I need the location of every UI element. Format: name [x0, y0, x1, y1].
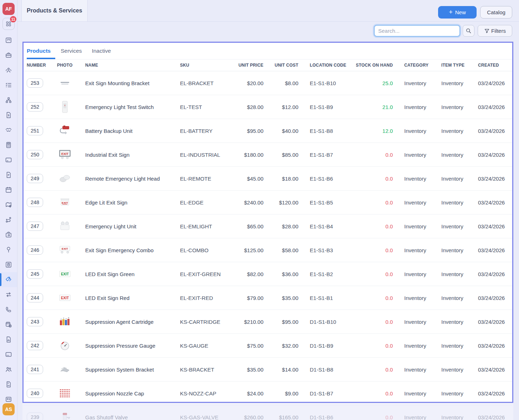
product-name: Industrial Exit Sign: [82, 152, 177, 158]
number-badge[interactable]: 248: [24, 198, 54, 207]
sidebar-item-dispatch-box[interactable]: [0, 227, 17, 242]
table-body: 253Exit Sign Mounting BracketEL-BRACKET$…: [24, 71, 512, 420]
sidebar-item-task-list[interactable]: [0, 78, 17, 93]
number-badge[interactable]: 245: [24, 269, 54, 279]
sidebar-item-workflow[interactable]: [0, 93, 17, 108]
sidebar-item-payment-card[interactable]: [0, 152, 17, 167]
number-badge[interactable]: 245: [27, 269, 43, 279]
table-row[interactable]: 247Emergency Light UnitEL-EMLIGHT$65.00$…: [24, 214, 512, 238]
number-badge[interactable]: 252: [27, 102, 43, 112]
number-badge[interactable]: 248: [27, 198, 43, 207]
number-badge[interactable]: 241: [27, 365, 43, 374]
table-row[interactable]: 249Remote Emergency Light HeadEL-REMOTE$…: [24, 167, 512, 191]
sidebar-item-calendar-clock[interactable]: [0, 317, 17, 332]
unit-price: $28.00: [230, 104, 263, 110]
number-badge[interactable]: 243: [24, 317, 54, 326]
location-code: E1-S1-B4: [298, 223, 354, 229]
sidebar-item-tags[interactable]: [0, 272, 17, 287]
product-photo: [54, 409, 82, 420]
apps-grid-button[interactable]: 11: [2, 18, 15, 30]
category: Inventory: [393, 152, 430, 158]
sidebar-item-map-location[interactable]: [0, 197, 17, 212]
svg-text:EXIT: EXIT: [61, 296, 69, 300]
filters-button[interactable]: Filters: [478, 25, 512, 37]
tab-products[interactable]: Products: [27, 43, 51, 59]
table-row[interactable]: 251Battery Backup UnitEL-BATTERY$95.00$4…: [24, 119, 512, 143]
table-row[interactable]: 252Emergency Light Test SwitchEL-TEST$28…: [24, 95, 512, 119]
sidebar-item-framed-document[interactable]: [0, 257, 17, 272]
photo-exit-combo: EXIT: [58, 243, 72, 257]
number-badge[interactable]: 242: [27, 341, 43, 350]
product-photo: [57, 75, 73, 91]
sidebar-item-contract-document[interactable]: [0, 377, 17, 392]
number-badge[interactable]: 246: [27, 245, 43, 255]
sidebar-item-calendar[interactable]: [0, 182, 17, 197]
table-row[interactable]: 242Suppression Pressure GaugeKS-GAUGE$75…: [24, 334, 512, 358]
tab-inactive[interactable]: Inactive: [92, 43, 111, 59]
sidebar-item-briefcase[interactable]: [0, 48, 17, 63]
table-row[interactable]: 244EXITLED Exit Sign RedEL-EXIT-RED$79.0…: [24, 286, 512, 310]
sidebar-item-phone[interactable]: [0, 302, 17, 317]
created-date: 03/24/2026: [467, 152, 512, 158]
number-badge[interactable]: 244: [27, 293, 43, 302]
sidebar-item-route[interactable]: [0, 212, 17, 227]
sidebar-item-pin[interactable]: [0, 242, 17, 257]
catalog-button[interactable]: Catalog: [480, 6, 512, 19]
workspace-avatar[interactable]: AF: [2, 3, 15, 15]
number-badge[interactable]: 247: [24, 222, 54, 231]
sidebar-item-handshake[interactable]: [0, 123, 17, 138]
sidebar-item-calculator[interactable]: [0, 138, 17, 152]
number-badge[interactable]: 253: [24, 78, 54, 88]
table-row[interactable]: 250EXITIndustrial Exit SignEL-INDUSTRIAL…: [24, 143, 512, 167]
sidebar-item-team[interactable]: [0, 63, 17, 78]
category: Inventory: [393, 223, 430, 229]
sidebar-item-transfer-arrows[interactable]: [0, 287, 17, 302]
photo-nozzle-caps: [58, 386, 72, 400]
tab-bar: ProductsServicesInactive: [24, 43, 512, 59]
number-badge[interactable]: 240: [24, 389, 54, 398]
number-badge[interactable]: 243: [27, 317, 43, 326]
table-row[interactable]: 253Exit Sign Mounting BracketEL-BRACKET$…: [24, 71, 512, 95]
number-badge[interactable]: 252: [24, 102, 54, 112]
table-row[interactable]: 241Suppression System BracketKS-BRACKET$…: [24, 358, 512, 382]
sidebar-item-purchase-document[interactable]: P: [0, 167, 17, 182]
new-button[interactable]: + New: [438, 6, 477, 19]
number-badge[interactable]: 242: [24, 341, 54, 350]
table-row[interactable]: 243Suppression Agent CartridgeKS-CARTRID…: [24, 310, 512, 334]
number-badge[interactable]: 244: [24, 293, 54, 302]
product-photo: EXIT: [54, 290, 82, 306]
sidebar-item-card-alt[interactable]: [0, 347, 17, 362]
number-badge[interactable]: 250: [27, 150, 43, 159]
column-header-created: CREATED: [467, 63, 512, 68]
search-input[interactable]: [374, 25, 460, 37]
user-avatar[interactable]: AS: [2, 403, 15, 415]
number-badge[interactable]: 239: [24, 413, 54, 420]
unit-cost: $18.00: [263, 176, 298, 182]
table-row[interactable]: 248EXITEdge Lit Exit SignEL-EDGE$240.00$…: [24, 191, 512, 214]
number-badge[interactable]: 253: [27, 78, 43, 88]
number-badge[interactable]: 250: [24, 150, 54, 159]
number-badge[interactable]: 249: [24, 174, 54, 183]
table-row[interactable]: 246EXITExit Sign Emergency ComboEL-COMBO…: [24, 238, 512, 262]
sidebar-item-report-document[interactable]: [0, 332, 17, 347]
sidebar-item-customers[interactable]: [0, 362, 17, 377]
table-row[interactable]: 240Suppression Nozzle CapKS-NOZZ-CAP$24.…: [24, 382, 512, 405]
table-row[interactable]: 245EXITLED Exit Sign GreenEL-EXIT-GREEN$…: [24, 262, 512, 286]
created-date: 03/24/2026: [467, 390, 512, 396]
tab-services[interactable]: Services: [61, 43, 82, 59]
number-badge[interactable]: 240: [27, 389, 43, 398]
sidebar-item-invoice-document[interactable]: $: [0, 108, 17, 123]
table-row[interactable]: 239Gas Shutoff ValveKS-GAS-VALVE$260.00$…: [24, 405, 512, 420]
search-group: Filters: [374, 25, 512, 37]
number-badge[interactable]: 241: [24, 365, 54, 374]
created-date: 03/24/2026: [467, 343, 512, 349]
number-badge[interactable]: 251: [27, 126, 43, 135]
number-badge[interactable]: 251: [24, 126, 54, 135]
number-badge[interactable]: 246: [24, 245, 54, 255]
sidebar-item-kanban-board[interactable]: [0, 33, 17, 48]
number-badge[interactable]: 247: [27, 222, 43, 231]
number-badge[interactable]: 239: [27, 413, 43, 420]
product-photo: EXIT: [57, 195, 73, 210]
search-button[interactable]: [463, 25, 474, 37]
number-badge[interactable]: 249: [27, 174, 43, 183]
